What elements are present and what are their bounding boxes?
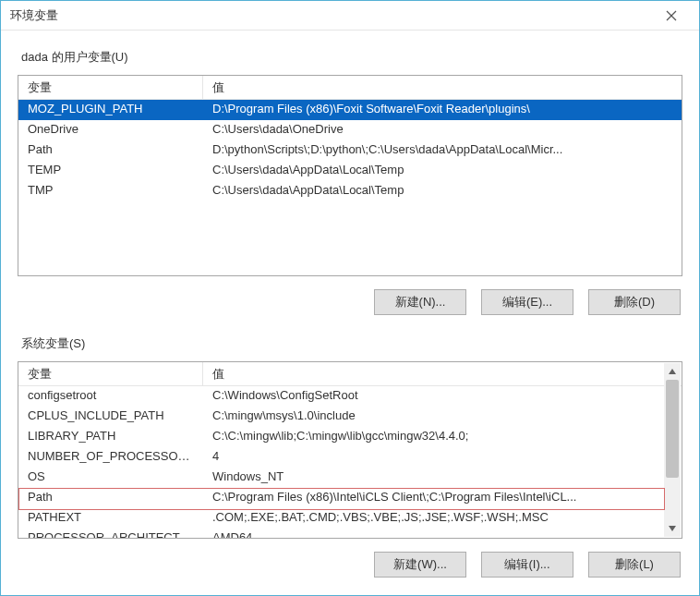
sys-row[interactable]: NUMBER_OF_PROCESSORS4	[18, 447, 665, 468]
scroll-up-icon[interactable]	[664, 363, 681, 380]
sys-row-val: Windows_NT	[203, 468, 665, 488]
scroll-thumb[interactable]	[666, 380, 679, 478]
sys-vars-header: 变量 值	[18, 362, 682, 386]
user-col-var[interactable]: 变量	[18, 76, 203, 99]
user-row-var: TEMP	[18, 161, 203, 181]
user-row-var: MOZ_PLUGIN_PATH	[18, 100, 203, 120]
sys-row-val: C:\Program Files (x86)\Intel\iCLS Client…	[203, 488, 665, 508]
sys-row-val: C:\C:\mingw\lib;C:\mingw\lib\gcc\mingw32…	[203, 427, 665, 447]
user-row[interactable]: PathD:\python\Scripts\;D:\python\;C:\Use…	[18, 140, 682, 161]
user-col-val[interactable]: 值	[203, 76, 682, 99]
user-row-val: D:\python\Scripts\;D:\python\;C:\Users\d…	[203, 140, 682, 161]
user-del-button[interactable]: 删除(D)	[588, 289, 681, 315]
sys-row-var: NUMBER_OF_PROCESSORS	[18, 447, 203, 468]
user-vars-listbox[interactable]: 变量 值 MOZ_PLUGIN_PATHD:\Program Files (x8…	[18, 75, 682, 276]
sys-row[interactable]: configsetrootC:\Windows\ConfigSetRoot	[18, 386, 665, 407]
user-row[interactable]: TEMPC:\Users\dada\AppData\Local\Temp	[18, 161, 682, 181]
sys-row-var: OS	[18, 468, 203, 488]
sys-row-var: PROCESSOR_ARCHITECTURE	[18, 529, 203, 539]
titlebar: 环境变量	[1, 1, 699, 30]
sys-vars-label: 系统变量(S)	[21, 335, 682, 352]
user-new-button[interactable]: 新建(N)...	[374, 289, 466, 315]
sys-row[interactable]: PATHEXT.COM;.EXE;.BAT;.CMD;.VBS;.VBE;.JS…	[18, 508, 665, 529]
sys-row[interactable]: PROCESSOR_ARCHITECTUREAMD64	[18, 529, 665, 539]
close-icon	[666, 10, 677, 21]
sys-row-var: configsetroot	[18, 386, 203, 407]
scroll-track[interactable]	[664, 380, 681, 520]
sys-vars-buttons: 新建(W)... 编辑(I)... 删除(L)	[18, 552, 681, 578]
user-vars-section: dada 的用户变量(U) 变量 值 MOZ_PLUGIN_PATHD:\Pro…	[18, 43, 682, 321]
user-vars-header: 变量 值	[18, 76, 682, 100]
user-row-var: Path	[18, 140, 203, 161]
sys-row-val: C:\mingw\msys\1.0\include	[203, 407, 665, 427]
env-vars-dialog: 环境变量 dada 的用户变量(U) 变量 值 MOZ_PLUGIN_PATHD…	[0, 0, 700, 596]
user-vars-label: dada 的用户变量(U)	[21, 49, 682, 66]
sys-vars-section: 系统变量(S) 变量 值 configsetrootC:\Windows\Con…	[18, 330, 682, 583]
sys-scrollbar[interactable]	[664, 363, 681, 537]
sys-row-var: CPLUS_INCLUDE_PATH	[18, 407, 203, 427]
user-row-val: D:\Program Files (x86)\Foxit Software\Fo…	[203, 100, 682, 120]
user-vars-buttons: 新建(N)... 编辑(E)... 删除(D)	[18, 289, 681, 315]
sys-vars-listbox[interactable]: 变量 值 configsetrootC:\Windows\ConfigSetRo…	[18, 361, 682, 539]
dialog-body: dada 的用户变量(U) 变量 值 MOZ_PLUGIN_PATHD:\Pro…	[1, 30, 699, 595]
sys-row-val: C:\Windows\ConfigSetRoot	[203, 386, 665, 407]
sys-row-val: .COM;.EXE;.BAT;.CMD;.VBS;.VBE;.JS;.JSE;.…	[203, 508, 665, 529]
sys-new-button[interactable]: 新建(W)...	[374, 552, 466, 578]
sys-row-var: LIBRARY_PATH	[18, 427, 203, 447]
sys-del-button[interactable]: 删除(L)	[588, 552, 681, 578]
user-vars-rows: MOZ_PLUGIN_PATHD:\Program Files (x86)\Fo…	[18, 100, 682, 201]
sys-row-var: Path	[18, 488, 203, 508]
user-row-val: C:\Users\dada\AppData\Local\Temp	[203, 181, 682, 201]
close-button[interactable]	[653, 3, 690, 29]
dialog-title: 环境变量	[10, 7, 58, 24]
sys-row-val: AMD64	[203, 529, 665, 539]
user-row[interactable]: TMPC:\Users\dada\AppData\Local\Temp	[18, 181, 682, 201]
user-edit-button[interactable]: 编辑(E)...	[481, 289, 573, 315]
sys-col-val[interactable]: 值	[203, 362, 682, 385]
svg-marker-3	[669, 526, 676, 531]
sys-vars-rows: configsetrootC:\Windows\ConfigSetRootCPL…	[18, 386, 682, 539]
user-row[interactable]: OneDriveC:\Users\dada\OneDrive	[18, 120, 682, 140]
sys-row[interactable]: CPLUS_INCLUDE_PATHC:\mingw\msys\1.0\incl…	[18, 407, 665, 427]
sys-row[interactable]: PathC:\Program Files (x86)\Intel\iCLS Cl…	[18, 488, 665, 508]
user-row-var: OneDrive	[18, 120, 203, 140]
sys-row[interactable]: LIBRARY_PATHC:\C:\mingw\lib;C:\mingw\lib…	[18, 427, 665, 447]
sys-row[interactable]: OSWindows_NT	[18, 468, 665, 488]
sys-col-var[interactable]: 变量	[18, 362, 203, 385]
sys-row-val: 4	[203, 447, 665, 468]
user-row-val: C:\Users\dada\OneDrive	[203, 120, 682, 140]
user-row-val: C:\Users\dada\AppData\Local\Temp	[203, 161, 682, 181]
scroll-down-icon[interactable]	[664, 520, 681, 537]
sys-row-var: PATHEXT	[18, 508, 203, 529]
user-row[interactable]: MOZ_PLUGIN_PATHD:\Program Files (x86)\Fo…	[18, 100, 682, 120]
svg-marker-2	[669, 369, 676, 374]
sys-edit-button[interactable]: 编辑(I)...	[481, 552, 573, 578]
user-row-var: TMP	[18, 181, 203, 201]
